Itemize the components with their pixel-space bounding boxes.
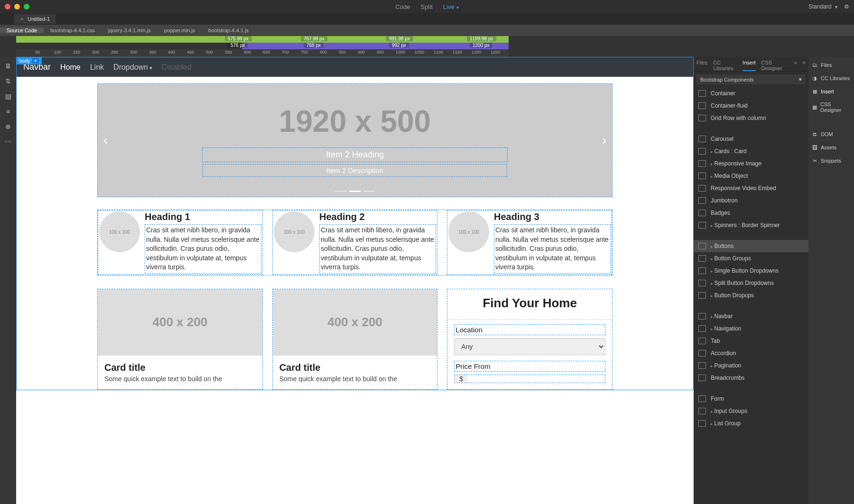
- location-label[interactable]: Location: [454, 324, 605, 335]
- nav-link-dropdown[interactable]: Dropdown: [113, 63, 152, 72]
- related-file[interactable]: jquery-3.4.1.min.js: [102, 27, 158, 33]
- manage-sites-icon[interactable]: ⇅: [4, 77, 12, 85]
- related-file[interactable]: popper.min.js: [158, 27, 202, 33]
- related-file[interactable]: bootstrap-4.4.1.css: [44, 27, 102, 33]
- related-file[interactable]: Source Code: [0, 27, 44, 33]
- media-heading[interactable]: Heading 1: [145, 211, 261, 222]
- document-tab[interactable]: ✕ Untitled-1: [14, 14, 56, 24]
- media-text[interactable]: Cras sit amet nibh libero, in gravida nu…: [145, 224, 261, 274]
- settings-icon[interactable]: ⚙︎: [844, 3, 849, 10]
- insert-item[interactable]: Pagination: [694, 359, 808, 372]
- workspace-switcher[interactable]: Standard ▾: [808, 3, 837, 10]
- add-element-icon[interactable]: +: [32, 58, 39, 64]
- insert-item[interactable]: Jumbotron: [694, 194, 808, 207]
- card-text[interactable]: Some quick example text to build on the: [273, 375, 437, 389]
- rail-cclibraries[interactable]: ◑CC Libraries: [811, 75, 851, 82]
- carousel-caption-heading[interactable]: Item 2 Heading: [202, 147, 508, 162]
- insert-item[interactable]: Badges: [694, 207, 808, 219]
- chevron-right-icon[interactable]: ›: [602, 133, 606, 148]
- breakpoint-bar-min[interactable]: 576 px 768 px 992 px 1200 px: [242, 43, 509, 49]
- media-text[interactable]: Cras sit amet nibh libero, in gravida nu…: [494, 224, 611, 274]
- card-text[interactable]: Some quick example text to build on the: [98, 375, 262, 389]
- panel-tab-files[interactable]: Files: [696, 60, 707, 71]
- media-text[interactable]: Cras sit amet nibh libero, in gravida nu…: [319, 224, 436, 274]
- chevron-down-icon[interactable]: ▾: [456, 5, 459, 10]
- card-title[interactable]: Card title: [273, 356, 437, 375]
- view-tab-split[interactable]: Split: [420, 3, 432, 10]
- preview-card-row[interactable]: 400 x 200 Card title Some quick example …: [97, 289, 613, 390]
- rail-files[interactable]: 🗂Files: [811, 62, 851, 68]
- insert-item[interactable]: Button Dropups: [694, 289, 808, 302]
- insert-item[interactable]: Grid Row with column: [694, 112, 808, 124]
- media-object[interactable]: 100 x 100 Heading 1 Cras sit amet nibh l…: [98, 210, 263, 275]
- related-file[interactable]: bootstrap-4.4.1.js: [202, 27, 255, 33]
- preview-card[interactable]: 400 x 200 Card title Some quick example …: [272, 289, 438, 390]
- insert-item[interactable]: Buttons: [694, 240, 808, 252]
- minimize-window-icon[interactable]: [14, 4, 20, 9]
- view-tab-code[interactable]: Code: [395, 3, 410, 10]
- panel-tab-cclibraries[interactable]: CC Libraries: [713, 60, 737, 71]
- live-view-icon[interactable]: ≡: [4, 107, 12, 116]
- insert-item[interactable]: Breadcrumbs: [694, 372, 808, 384]
- rail-cssdesigner[interactable]: ▦CSS Designer: [811, 101, 851, 113]
- panel-tab-cssdesigner[interactable]: CSS Designer: [761, 60, 789, 71]
- card-title[interactable]: Card title: [98, 356, 262, 375]
- panel-expand-icon[interactable]: »: [794, 60, 797, 71]
- carousel-caption-desc[interactable]: Item 2 Description: [203, 164, 508, 177]
- panel-tab-insert[interactable]: Insert: [743, 60, 756, 71]
- design-canvas[interactable]: body + Navbar Home Link Dropdown Disable…: [16, 57, 694, 504]
- file-icon[interactable]: 🗎: [4, 62, 12, 70]
- insert-item[interactable]: Navbar: [694, 310, 808, 322]
- nav-link-link[interactable]: Link: [90, 63, 104, 72]
- insert-item[interactable]: Container-fluid: [694, 100, 808, 112]
- preview-carousel[interactable]: ‹ › 1920 x 500 Item 2 Heading Item 2 Des…: [97, 83, 613, 197]
- nav-link-home[interactable]: Home: [60, 63, 81, 72]
- insert-item[interactable]: Input Groups: [694, 405, 808, 417]
- insert-item[interactable]: Responsive Video Embed: [694, 182, 808, 194]
- rail-dom[interactable]: ⧉DOM: [811, 131, 851, 137]
- media-heading[interactable]: Heading 3: [494, 211, 611, 222]
- close-icon[interactable]: ✕: [20, 17, 24, 22]
- chevron-left-icon[interactable]: ‹: [103, 133, 108, 148]
- maximize-window-icon[interactable]: [24, 4, 29, 9]
- insert-item[interactable]: Media Object: [694, 170, 808, 182]
- more-icon[interactable]: ⋯: [4, 137, 12, 146]
- insert-item[interactable]: Form: [694, 393, 808, 405]
- insert-item[interactable]: Carousel: [694, 133, 808, 145]
- insert-item[interactable]: Navigation: [694, 322, 808, 335]
- media-object[interactable]: 100 x 100 Heading 3 Cras sit amet nibh l…: [447, 210, 612, 275]
- insert-item[interactable]: Split Button Dropdowns: [694, 277, 808, 289]
- insert-item[interactable]: Responsive Image: [694, 157, 808, 170]
- rail-insert[interactable]: ⊞Insert: [811, 88, 851, 95]
- insert-item[interactable]: Single Button Dropdowns: [694, 265, 808, 277]
- form-title[interactable]: Find Your Home: [447, 289, 612, 317]
- element-tag-badge[interactable]: body +: [16, 57, 42, 64]
- price-input-group[interactable]: $: [454, 375, 605, 383]
- insert-item[interactable]: Container: [694, 87, 808, 100]
- insert-category-dropdown[interactable]: Bootstrap Components ▾: [696, 74, 806, 84]
- breakpoint-bar-max[interactable]: 575.98 px 767.98 px 991.98 px 1199.98 px: [16, 36, 509, 43]
- preview-card[interactable]: 400 x 200 Card title Some quick example …: [97, 289, 263, 390]
- insert-item[interactable]: Accordion: [694, 347, 808, 359]
- insert-item[interactable]: Cards : Card: [694, 145, 808, 157]
- insert-item[interactable]: Spinners : Border Spinner: [694, 219, 808, 231]
- media-object[interactable]: 100 x 100 Heading 2 Cras sit amet nibh l…: [272, 210, 437, 275]
- location-select[interactable]: Any: [454, 338, 605, 355]
- carousel-indicators[interactable]: [335, 191, 375, 192]
- close-window-icon[interactable]: [5, 4, 10, 9]
- rail-snippets[interactable]: ✂Snippets: [811, 157, 851, 164]
- price-from-label[interactable]: Price From: [454, 361, 605, 372]
- insert-item[interactable]: List Group: [694, 417, 808, 430]
- view-tab-live[interactable]: Live▾: [443, 3, 459, 10]
- preview-navbar[interactable]: Navbar Home Link Dropdown Disabled: [17, 57, 693, 77]
- insert-item[interactable]: Tab: [694, 335, 808, 347]
- insert-item[interactable]: Button Groups: [694, 252, 808, 265]
- rail-assets[interactable]: 🖼Assets: [811, 144, 851, 151]
- panel-menu-icon[interactable]: ≡: [803, 60, 806, 71]
- preview-media-row[interactable]: 100 x 100 Heading 1 Cras sit amet nibh l…: [97, 210, 613, 275]
- preview-form[interactable]: Find Your Home Location Any Price From $: [447, 289, 613, 390]
- media-heading[interactable]: Heading 2: [319, 211, 436, 222]
- extract-icon[interactable]: ▤: [4, 92, 12, 101]
- dom-icon: ⧉: [811, 131, 818, 137]
- inspect-icon[interactable]: ⊕: [4, 122, 12, 131]
